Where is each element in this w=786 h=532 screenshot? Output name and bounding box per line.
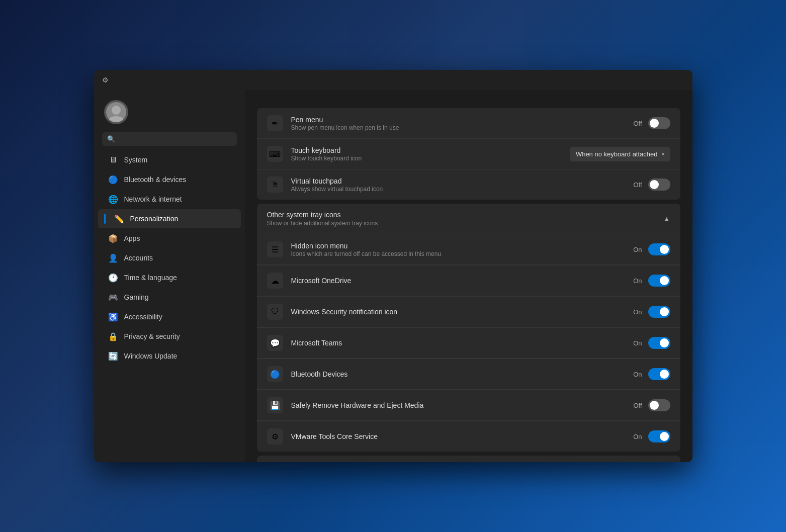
windows-security-title: Windows Security notification icon — [291, 308, 398, 316]
restore-button[interactable] — [640, 72, 663, 88]
setting-row-bluetooth-devices: 🔵Bluetooth DevicesOn — [257, 359, 680, 390]
toggle-on[interactable] — [648, 337, 670, 349]
minimize-button[interactable] — [617, 72, 640, 88]
settings-window: ⚙ 🔍 — [94, 70, 692, 462]
sidebar-item-network[interactable]: 🌐 Network & internet — [98, 190, 241, 209]
toggle-off[interactable] — [648, 399, 670, 411]
setting-row-touch-keyboard: ⌨Touch keyboardShow touch keyboard iconW… — [257, 139, 680, 169]
avatar-icon — [106, 102, 126, 122]
search-input[interactable] — [119, 135, 232, 143]
touch-keyboard-title: Touch keyboard — [291, 146, 362, 154]
dropdown-button[interactable]: When no keyboard attached▾ — [570, 147, 670, 161]
svg-point-1 — [108, 116, 124, 122]
close-button[interactable] — [663, 72, 686, 88]
svg-point-0 — [112, 106, 121, 115]
sidebar-item-label-time: Time & language — [124, 274, 177, 282]
sidebar-item-label-bluetooth: Bluetooth & devices — [124, 175, 187, 184]
setting-row-onedrive: ☁Microsoft OneDriveOn — [257, 265, 680, 296]
teams-icon: 💬 — [267, 335, 283, 351]
safely-remove-title: Safely Remove Hardware and Eject Media — [291, 401, 424, 409]
system-tray-title: Other system tray icons — [267, 211, 378, 219]
time-icon: 🕐 — [108, 273, 118, 283]
sidebar-item-label-personalization: Personalization — [130, 215, 179, 223]
sidebar-item-apps[interactable]: 📦 Apps — [98, 229, 241, 248]
taskbar-behaviors-header[interactable]: Taskbar behaviors Taskbar alignment, bad… — [257, 456, 680, 462]
virtual-touchpad-desc: Always show virtual touchpad icon — [291, 186, 383, 193]
sidebar-item-update[interactable]: 🔄 Windows Update — [98, 346, 241, 366]
nav-items-container: 🖥 System 🔵 Bluetooth & devices 🌐 Network… — [94, 150, 245, 366]
pen-menu-icon: ✒ — [267, 115, 283, 131]
vmware-icon: ⚙ — [267, 428, 283, 445]
update-icon: 🔄 — [108, 351, 118, 361]
corner-items-section: ✒Pen menuShow pen menu icon when pen is … — [257, 108, 680, 200]
pen-menu-desc: Show pen menu icon when pen is in use — [291, 124, 399, 131]
taskbar-behaviors-section: Taskbar behaviors Taskbar alignment, bad… — [257, 456, 680, 462]
sidebar-item-personalization[interactable]: ✏️ Personalization — [98, 209, 241, 228]
vmware-title: VMware Tools Core Service — [291, 432, 378, 440]
search-icon: 🔍 — [107, 135, 115, 143]
sidebar-item-accounts[interactable]: 👤 Accounts — [98, 248, 241, 268]
hidden-icon-menu-title: Hidden icon menu — [291, 242, 442, 250]
hidden-icon-menu-desc: Icons which are turned off can be access… — [291, 250, 442, 257]
toggle-off[interactable] — [648, 179, 670, 191]
sidebar-item-label-apps: Apps — [124, 234, 140, 242]
onedrive-title: Microsoft OneDrive — [291, 277, 352, 285]
system-tray-desc: Show or hide additional system tray icon… — [267, 220, 378, 227]
content-area: ✒Pen menuShow pen menu icon when pen is … — [245, 90, 692, 462]
sidebar-item-label-network: Network & internet — [124, 195, 182, 203]
apps-icon: 📦 — [108, 233, 118, 243]
system-tray-chevron: ▲ — [663, 215, 670, 223]
teams-title: Microsoft Teams — [291, 339, 342, 347]
accounts-icon: 👤 — [108, 253, 118, 263]
privacy-icon: 🔒 — [108, 331, 118, 341]
profile-section — [94, 96, 245, 132]
sidebar-item-label-update: Windows Update — [124, 352, 178, 360]
title-bar: ⚙ — [94, 70, 692, 90]
bluetooth-devices-icon: 🔵 — [267, 366, 283, 382]
toggle-on[interactable] — [648, 368, 670, 380]
system-tray-section: Other system tray icons Show or hide add… — [257, 204, 680, 452]
sidebar-item-label-accounts: Accounts — [124, 254, 153, 262]
system-tray-body: ☰Hidden icon menuIcons which are turned … — [257, 234, 680, 452]
sidebar-item-accessibility[interactable]: ♿ Accessibility — [98, 307, 241, 326]
toggle-on[interactable] — [648, 275, 670, 287]
touch-keyboard-desc: Show touch keyboard icon — [291, 155, 362, 162]
onedrive-icon: ☁ — [267, 273, 283, 289]
page-header — [245, 90, 692, 108]
accessibility-icon: ♿ — [108, 312, 118, 322]
pen-menu-title: Pen menu — [291, 116, 399, 124]
sidebar-item-gaming[interactable]: 🎮 Gaming — [98, 288, 241, 307]
touch-keyboard-icon: ⌨ — [267, 146, 283, 162]
setting-row-windows-security: 🛡Windows Security notification iconOn — [257, 296, 680, 327]
toggle-on[interactable] — [648, 430, 670, 442]
setting-row-virtual-touchpad: 🖱Virtual touchpadAlways show virtual tou… — [257, 169, 680, 200]
title-bar-left: ⚙ — [102, 76, 114, 84]
sidebar-item-time[interactable]: 🕐 Time & language — [98, 268, 241, 287]
search-box[interactable]: 🔍 — [102, 132, 237, 146]
toggle-off[interactable] — [648, 117, 670, 129]
setting-row-hidden-icon-menu: ☰Hidden icon menuIcons which are turned … — [257, 234, 680, 265]
system-icon: 🖥 — [108, 155, 118, 165]
main-layout: 🔍 🖥 System 🔵 Bluetooth & devices 🌐 Netwo… — [94, 90, 692, 462]
toggle-on[interactable] — [648, 306, 670, 318]
bluetooth-icon: 🔵 — [108, 174, 118, 185]
setting-row-pen-menu: ✒Pen menuShow pen menu icon when pen is … — [257, 108, 680, 139]
setting-row-vmware: ⚙VMware Tools Core ServiceOn — [257, 421, 680, 452]
bluetooth-devices-title: Bluetooth Devices — [291, 370, 348, 378]
sidebar-item-label-gaming: Gaming — [124, 293, 149, 301]
toggle-on[interactable] — [648, 243, 670, 255]
sidebar-item-label-privacy: Privacy & security — [124, 332, 180, 340]
sidebar-item-label-system: System — [124, 156, 148, 164]
avatar — [104, 100, 128, 124]
sidebar: 🔍 🖥 System 🔵 Bluetooth & devices 🌐 Netwo… — [94, 90, 245, 462]
personalization-icon: ✏️ — [114, 214, 124, 224]
windows-security-icon: 🛡 — [267, 304, 283, 320]
virtual-touchpad-icon: 🖱 — [267, 176, 283, 193]
hidden-icon-menu-icon: ☰ — [267, 241, 283, 257]
sidebar-item-bluetooth[interactable]: 🔵 Bluetooth & devices — [98, 170, 241, 189]
title-controls — [617, 72, 686, 88]
sidebar-item-privacy[interactable]: 🔒 Privacy & security — [98, 327, 241, 346]
sidebar-item-system[interactable]: 🖥 System — [98, 150, 241, 169]
network-icon: 🌐 — [108, 194, 118, 204]
system-tray-header[interactable]: Other system tray icons Show or hide add… — [257, 204, 680, 234]
